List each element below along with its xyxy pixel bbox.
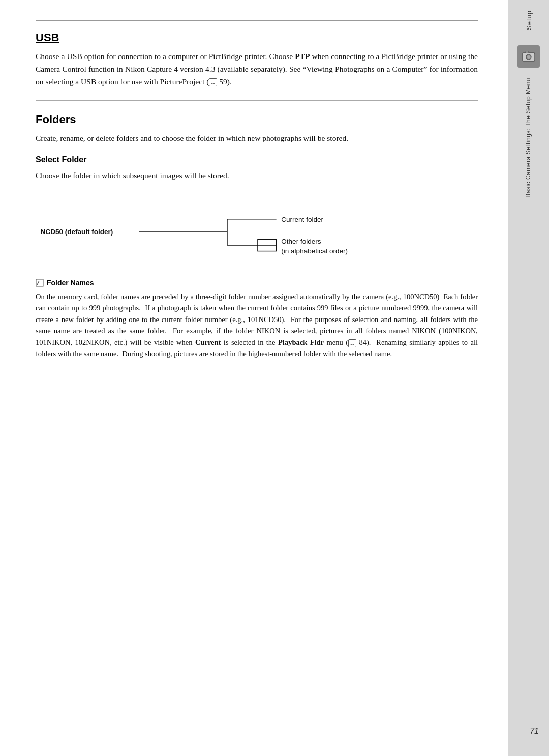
svg-rect-10	[526, 51, 529, 53]
current-folder-label: Current folder	[281, 216, 323, 223]
ref-icon-usb: ⚎	[209, 78, 217, 86]
section-divider	[36, 100, 478, 101]
svg-point-9	[527, 55, 530, 59]
other-folders-label: Other folders	[281, 238, 321, 245]
folder-names-body: On the memory card, folder names are pre…	[36, 291, 478, 360]
folder-names-section: Folder Names On the memory card, folder …	[36, 279, 478, 360]
page-number: 71	[530, 726, 539, 736]
folder-names-heading: Folder Names	[36, 279, 478, 287]
sidebar-camera-icon	[517, 45, 540, 68]
select-folder-body: Choose the folder in which subsequent im…	[36, 169, 478, 182]
diagram-svg: NCD50 (default folder) Current folder Ot…	[36, 197, 478, 264]
folder-diagram: NCD50 (default folder) Current folder Ot…	[36, 197, 478, 264]
alphabetical-label: (in alphabetical order)	[281, 247, 348, 255]
default-folder-label: NCD50 (default folder)	[41, 228, 113, 236]
select-folder-heading: Select Folder	[36, 155, 478, 164]
folder-names-label: Folder Names	[47, 279, 94, 287]
main-content: USB Choose a USB option for connection t…	[0, 0, 508, 756]
svg-line-6	[37, 281, 39, 285]
folders-body: Create, rename, or delete folders and to…	[36, 132, 478, 145]
camera-icon-svg	[521, 49, 536, 64]
sidebar-setup-label: Setup	[525, 10, 533, 30]
sidebar-settings-label: Basic Camera Settings: The Setup Menu	[525, 78, 533, 198]
folders-heading: Folders	[36, 113, 478, 126]
usb-body: Choose a USB option for connection to a …	[36, 50, 478, 88]
playback-fldr-bold: Playback Fldr	[278, 338, 324, 346]
sidebar: Setup Basic Camera Settings: The Setup M…	[508, 0, 549, 756]
usb-body-text: Choose a USB option for connection to a …	[36, 52, 478, 86]
svg-rect-5	[36, 279, 43, 286]
pencil-icon	[36, 279, 44, 287]
top-divider	[36, 20, 478, 21]
usb-heading: USB	[36, 31, 478, 44]
current-bold: Current	[195, 338, 221, 346]
ptp-bold: PTP	[295, 52, 310, 61]
ref-icon-playback: ⚎	[348, 339, 356, 347]
